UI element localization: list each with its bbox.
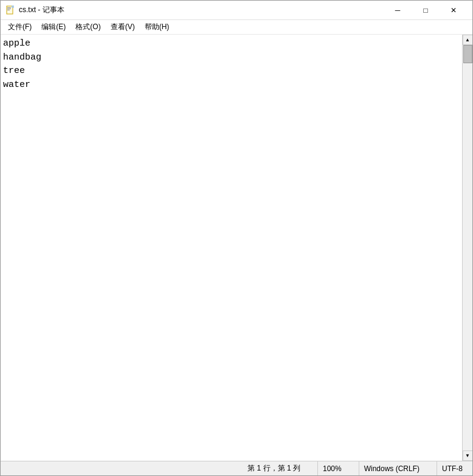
status-encoding: UTF-8 bbox=[437, 461, 468, 475]
menu-bar: 文件(F) 编辑(E) 格式(O) 查看(V) 帮助(H) bbox=[1, 20, 472, 35]
minimize-button[interactable]: ─ bbox=[384, 1, 412, 20]
editor-area: apple handbag tree water ▲ ▼ bbox=[1, 35, 472, 461]
status-line-ending: Windows (CRLF) bbox=[359, 461, 424, 475]
title-bar: cs.txt - 记事本 ─ □ ✕ bbox=[1, 1, 472, 20]
menu-format[interactable]: 格式(O) bbox=[71, 21, 105, 34]
menu-view[interactable]: 查看(V) bbox=[106, 21, 140, 34]
notepad-window: cs.txt - 记事本 ─ □ ✕ 文件(F) 编辑(E) 格式(O) 查看(… bbox=[0, 0, 473, 476]
title-controls: ─ □ ✕ bbox=[384, 1, 468, 20]
window-title: cs.txt - 记事本 bbox=[19, 5, 64, 15]
scrollbar-thumb[interactable] bbox=[463, 45, 472, 63]
menu-help[interactable]: 帮助(H) bbox=[140, 21, 174, 34]
menu-edit[interactable]: 编辑(E) bbox=[36, 21, 71, 34]
app-icon bbox=[5, 5, 15, 15]
text-editor[interactable]: apple handbag tree water bbox=[1, 35, 462, 461]
scrollbar-track[interactable] bbox=[463, 45, 472, 450]
status-bar: 第 1 行，第 1 列 100% Windows (CRLF) UTF-8 bbox=[1, 461, 472, 475]
scrollbar-vertical[interactable]: ▲ ▼ bbox=[462, 35, 472, 461]
status-position: 第 1 行，第 1 列 bbox=[243, 461, 305, 475]
svg-rect-3 bbox=[7, 10, 10, 10]
title-bar-left: cs.txt - 记事本 bbox=[5, 5, 64, 15]
maximize-button[interactable]: □ bbox=[412, 1, 440, 20]
svg-rect-1 bbox=[7, 7, 11, 8]
svg-rect-4 bbox=[12, 5, 14, 8]
status-zoom: 100% bbox=[317, 461, 347, 475]
scrollbar-down-button[interactable]: ▼ bbox=[463, 450, 473, 461]
svg-rect-2 bbox=[7, 9, 11, 9]
close-button[interactable]: ✕ bbox=[440, 1, 468, 20]
menu-file[interactable]: 文件(F) bbox=[3, 21, 36, 34]
scrollbar-up-button[interactable]: ▲ bbox=[463, 35, 473, 45]
